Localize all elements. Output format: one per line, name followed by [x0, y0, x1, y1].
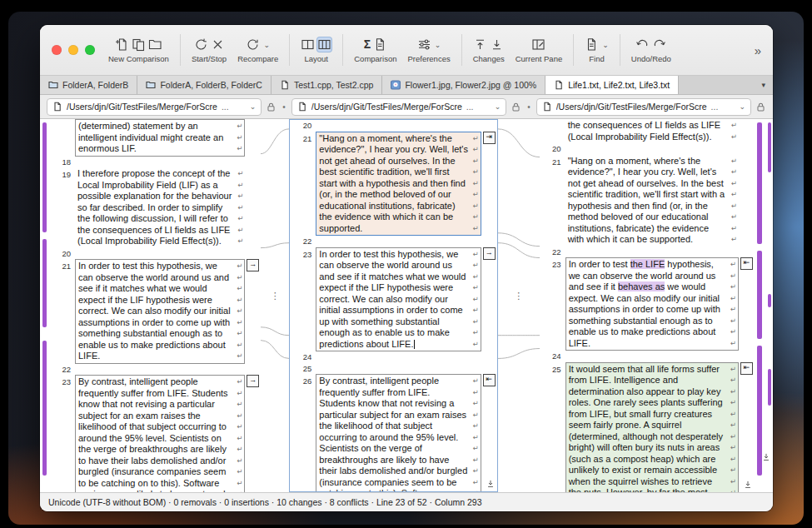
change-map-segment[interactable] [757, 122, 762, 244]
line-number: 25 [290, 363, 316, 375]
minimize-button[interactable] [68, 45, 78, 55]
tab-life1-txt-life2-txt-life3-txt[interactable]: Life1.txt, Life2.txt, Life3.txt [545, 76, 679, 94]
layout-three-icon [317, 37, 331, 52]
scroll-anchor-icon[interactable] [761, 452, 771, 462]
pane-edit-icon [531, 37, 545, 52]
pane-3: the consequences of LI fields as LIFE (L… [540, 119, 755, 492]
diff-spacer-row: 24 [290, 351, 496, 363]
text-block[interactable]: I therefore propose the concept of the L… [75, 167, 245, 248]
path-group: /Users/djn/Git/TestFiles/Merge/ForScre..… [536, 98, 766, 116]
toolbar-item-find[interactable]: ⌄Find [585, 37, 609, 63]
toolbar-separator [180, 34, 181, 66]
merge-push-left-button[interactable]: ⇤ [740, 257, 753, 270]
toolbar-item-undo-redo[interactable]: Undo/Redo [631, 37, 671, 63]
block-text: In order to test the LIFE hypothesis, we… [569, 259, 726, 349]
line-wrap-icon: ↵ [233, 489, 242, 492]
toolbar-item-layout[interactable]: Layout [301, 37, 331, 63]
change-map-segment[interactable] [768, 294, 771, 307]
line-wrap-icon: ↵ [727, 271, 736, 282]
wrap-markers: ↵↵↵↵↵↵↵↵ [727, 259, 736, 349]
toolbar: New ComparisonStart/Stop⌄RecompareLayout… [40, 25, 773, 76]
change-map-segment[interactable] [42, 341, 47, 476]
line-number: 22 [290, 236, 316, 247]
line-wrap-icon: ↵ [470, 178, 479, 190]
merge-push-right-button[interactable]: → [247, 375, 259, 387]
line-wrap-icon: ↵ [234, 202, 243, 214]
wrap-markers: ↵↵↵↵↵↵↵↵↵↵↵↵↵↵ [727, 364, 736, 493]
path-row: /Users/djn/Git/TestFiles/Merge/ForScre..… [40, 95, 773, 118]
pane-2: 2021"Hang on a moment, where's the evide… [289, 119, 497, 492]
toolbar-item-preferences[interactable]: ⌄Preferences [407, 37, 450, 63]
diff-block-row: 23In order to test the LIFE hypothesis, … [540, 257, 755, 351]
cm-right-outer [768, 119, 771, 492]
change-map-segment[interactable] [757, 251, 762, 339]
line-wrap-icon: ↵ [234, 191, 243, 202]
tab-test1-cpp-test2-cpp[interactable]: Test1.cpp, Test2.cpp [271, 76, 383, 94]
merge-push-right-button[interactable]: → [483, 247, 496, 260]
lock-icon[interactable] [266, 102, 276, 112]
scroll-anchor-icon[interactable] [743, 480, 753, 490]
text-block[interactable]: "Hang on a moment, where's the evidence?… [316, 132, 481, 237]
toolbar-item-label: New Comparison [108, 54, 169, 63]
file-path-field[interactable]: /Users/djn/Git/TestFiles/Merge/ForScre..… [536, 98, 751, 116]
merge-push-left-button[interactable]: ⇤ [483, 374, 496, 386]
zoom-button[interactable] [85, 45, 95, 55]
change-map-segment[interactable] [768, 122, 771, 172]
lock-icon[interactable] [755, 102, 766, 112]
text-block[interactable]: "Hang on a moment, where's the evidence?… [565, 155, 739, 247]
line-wrap-icon: ↵ [727, 304, 736, 316]
change-map-segment[interactable] [42, 122, 47, 232]
pane-splitter-handle[interactable]: ⋮ [514, 291, 523, 301]
folder-tab-icon [146, 80, 156, 90]
chevron-down-icon[interactable]: ⌄ [739, 102, 745, 111]
tab-foldera-folderb[interactable]: FolderA, FolderB [40, 76, 137, 94]
lock-icon[interactable] [511, 102, 521, 112]
toolbar-item-changes[interactable]: Changes [473, 37, 505, 63]
line-wrap-icon: ↵ [470, 133, 479, 145]
change-map-segment[interactable] [768, 369, 771, 406]
file-path-field[interactable]: /Users/djn/Git/TestFiles/Merge/ForScre..… [291, 98, 506, 116]
line-wrap-icon: ↵ [727, 316, 736, 327]
close-button[interactable] [52, 45, 62, 55]
toolbar-item-recompare[interactable]: ⌄Recompare [237, 37, 278, 63]
text-block[interactable]: (determined) statement by an intelligent… [75, 119, 245, 157]
toolbar-item-current-pane[interactable]: Current Pane [516, 37, 563, 63]
toolbar-item-label: Start/Stop [192, 54, 227, 63]
text-block[interactable]: In order to test the LIFE hypothesis, we… [565, 257, 739, 351]
undo-icon [635, 37, 650, 52]
file-path-field[interactable]: /Users/djn/Git/TestFiles/Merge/ForScre..… [47, 98, 262, 116]
line-number [540, 119, 565, 143]
text-block[interactable]: By contrast, intelligent people frequent… [75, 375, 245, 492]
line-wrap-icon: ↵ [728, 178, 737, 190]
find-doc-icon [585, 37, 599, 52]
line-wrap-icon: ↵ [233, 328, 242, 340]
text-block[interactable]: It would seem that all life forms suffer… [565, 362, 739, 493]
diff-spacer-row: 20 [49, 248, 261, 260]
line-wrap-icon: ↵ [470, 398, 479, 410]
text-block[interactable]: In order to test this hypothesis, we can… [316, 247, 481, 352]
pane-splitter-handle[interactable]: ⋮ [271, 291, 280, 301]
tab-foldera-folderb-folderc[interactable]: FolderA, FolderB, FolderC [137, 76, 271, 94]
merge-insert-right-button[interactable]: ⇥ [483, 132, 496, 144]
chevron-down-icon[interactable]: ⌄ [495, 102, 501, 111]
text-block[interactable]: By contrast, intelligent people frequent… [316, 374, 481, 492]
wrap-markers: ↵↵↵ [233, 121, 242, 155]
toolbar-overflow-button[interactable]: » [751, 43, 765, 57]
chevron-down-icon[interactable]: ⌄ [250, 102, 257, 111]
tab-flower1-jpg-flower2-jpg-100[interactable]: Flower1.jpg, Flower2.jpg @ 100% [382, 76, 545, 94]
merge-push-right-button[interactable]: → [247, 259, 259, 271]
merge-push-left-button[interactable]: ⇤ [740, 362, 753, 375]
tabs-dropdown-button[interactable]: ▾ [754, 76, 773, 94]
toolbar-item-new-comparison[interactable]: New Comparison [108, 37, 169, 63]
jump-down-icon [490, 37, 504, 52]
change-map-segment[interactable] [42, 239, 47, 327]
text-block[interactable]: the consequences of LI fields as LIFE (L… [565, 119, 739, 143]
scroll-anchor-icon[interactable] [486, 479, 496, 489]
text-block[interactable]: In order to test this hypothesis, we can… [75, 259, 245, 364]
toolbar-item-start-stop[interactable]: Start/Stop [192, 37, 227, 63]
toolbar-item-comparison[interactable]: ΣComparison [354, 37, 396, 63]
doc-tab-icon [542, 102, 552, 112]
line-wrap-icon: ↵ [233, 132, 242, 144]
line-wrap-icon: ↵ [728, 201, 737, 212]
comparison-area: (determined) statement by an intelligent… [40, 118, 773, 492]
